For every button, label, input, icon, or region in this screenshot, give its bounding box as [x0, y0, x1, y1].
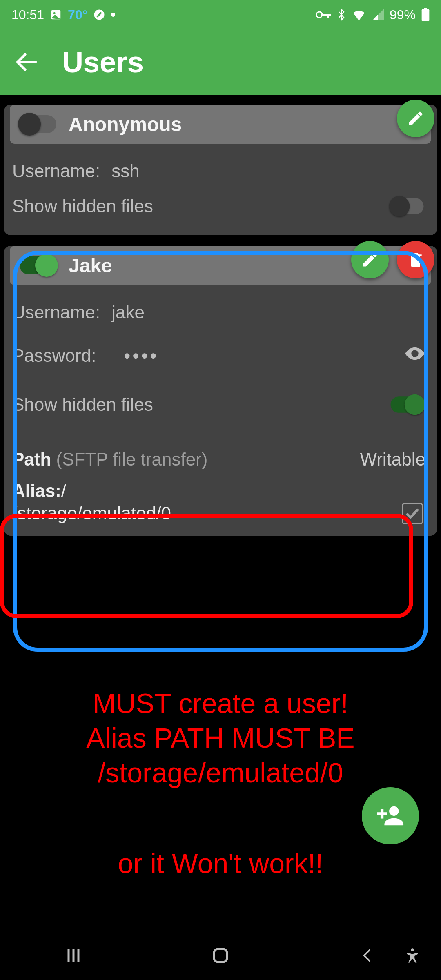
signal-icon: [372, 9, 384, 20]
svg-rect-7: [330, 14, 331, 16]
recent-apps-button[interactable]: [61, 943, 86, 968]
username-value: ssh: [111, 161, 139, 181]
svg-point-4: [316, 12, 322, 18]
status-dot: [111, 13, 115, 17]
vpn-key-icon: [316, 10, 331, 20]
hidden-files-row: Show hidden files: [12, 387, 425, 422]
hidden-files-toggle[interactable]: [391, 396, 424, 413]
page-title: Users: [62, 45, 144, 79]
svg-point-12: [389, 806, 399, 816]
alias-value: /: [61, 481, 66, 501]
username-row: Username: jake: [12, 295, 425, 330]
svg-rect-14: [381, 809, 383, 818]
annotation-text-block-1: MUST create a user! Alias PATH MUST BE /…: [0, 686, 441, 790]
user-card-anonymous: Anonymous Username: ssh Show hidden file…: [4, 105, 437, 235]
svg-rect-6: [327, 14, 329, 18]
writable-header: Writable: [360, 449, 425, 470]
annotation-text-block-2: or it Won't work!!: [0, 846, 441, 881]
bluetooth-icon: [336, 8, 346, 21]
edit-user-button[interactable]: [397, 100, 434, 137]
delete-user-button[interactable]: [397, 241, 434, 278]
password-row: Password: ••••: [12, 336, 425, 376]
password-value: ••••: [124, 345, 159, 366]
username-value: jake: [111, 302, 145, 323]
hidden-files-label: Show hidden files: [12, 196, 153, 216]
status-time: 10:51: [11, 7, 44, 22]
user-display-name: Jake: [69, 254, 112, 277]
path-section-header: Path Path (SFTP file transfer) (SFTP fil…: [12, 437, 425, 470]
username-row: Username: ssh: [12, 154, 425, 189]
writable-checkbox[interactable]: [402, 503, 423, 524]
user-card-header[interactable]: Jake: [10, 246, 431, 285]
svg-point-19: [411, 948, 414, 951]
status-temp: 70°: [68, 7, 87, 22]
back-button[interactable]: [15, 51, 38, 74]
alias-label: Alias:: [12, 481, 61, 501]
android-nav-bar: [0, 931, 441, 980]
annotation-line: Alias PATH MUST BE: [0, 721, 441, 755]
svg-rect-18: [214, 949, 227, 962]
password-label: Password:: [12, 345, 96, 366]
path-section-label: Path Path (SFTP file transfer) (SFTP fil…: [12, 449, 207, 470]
user-display-name: Anonymous: [69, 113, 182, 136]
battery-icon: [421, 8, 430, 21]
edit-user-button[interactable]: [351, 241, 389, 278]
hidden-files-label: Show hidden files: [12, 394, 153, 415]
user-card-header[interactable]: Anonymous: [10, 105, 431, 144]
back-nav-button[interactable]: [355, 943, 380, 968]
accessibility-button[interactable]: [400, 943, 425, 968]
svg-point-11: [413, 352, 417, 356]
wifi-icon: [352, 9, 366, 20]
users-list: Anonymous Username: ssh Show hidden file…: [0, 95, 441, 536]
username-label: Username:: [12, 161, 100, 181]
user-card-jake: Jake Username: jake Password: ••••: [4, 246, 437, 536]
picture-icon: [50, 9, 62, 21]
reveal-password-icon[interactable]: [404, 343, 425, 368]
android-status-bar: 10:51 70° 99%: [0, 0, 441, 29]
username-label: Username:: [12, 302, 100, 323]
annotation-line: or it Won't work!!: [0, 846, 441, 881]
svg-point-1: [53, 12, 56, 14]
alias-path: /storage/emulated/0: [12, 503, 171, 523]
alias-row[interactable]: Alias:/ /storage/emulated/0: [12, 479, 425, 524]
add-user-fab[interactable]: [362, 787, 419, 844]
hidden-files-toggle[interactable]: [391, 198, 424, 214]
annotation-line: /storage/emulated/0: [0, 755, 441, 790]
svg-rect-8: [422, 9, 430, 21]
svg-rect-9: [424, 8, 427, 10]
user-enable-toggle[interactable]: [20, 115, 56, 133]
user-enable-toggle[interactable]: [20, 256, 56, 274]
dnd-icon: [93, 9, 105, 21]
app-bar: Users: [0, 29, 441, 95]
annotation-line: MUST create a user!: [0, 686, 441, 721]
home-button[interactable]: [208, 943, 233, 968]
status-battery-pct: 99%: [390, 7, 416, 22]
hidden-files-row: Show hidden files: [12, 189, 425, 224]
